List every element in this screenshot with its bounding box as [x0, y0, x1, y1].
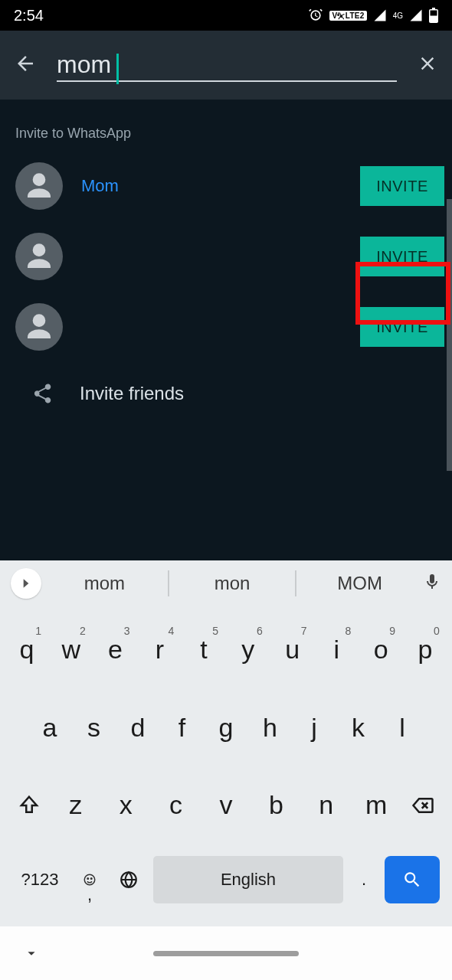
battery-icon [429, 8, 438, 23]
period-key[interactable]: . [351, 856, 377, 903]
back-button[interactable] [14, 52, 37, 78]
key-j[interactable]: j [295, 701, 333, 754]
contact-row[interactable]: INVITE [0, 292, 452, 362]
keyboard-row-2: asdfghjkl [5, 701, 447, 754]
key-r[interactable]: r4 [140, 623, 179, 677]
key-o[interactable]: o9 [362, 623, 400, 677]
globe-icon [119, 870, 139, 890]
backspace-key[interactable] [401, 779, 444, 832]
key-m[interactable]: m [357, 779, 395, 832]
key-z[interactable]: z [57, 779, 95, 832]
signal-icon [373, 8, 387, 22]
key-e[interactable]: e3 [97, 623, 135, 677]
divider [168, 570, 169, 596]
symbols-key[interactable]: ?123 [12, 856, 67, 903]
keyboard: mom mon MOM q1w2e3r4t5y6u7i8o9p0 asdfghj… [0, 560, 452, 926]
key-v[interactable]: v [207, 779, 245, 832]
key-y[interactable]: y6 [229, 623, 267, 677]
key-d[interactable]: d [119, 701, 157, 754]
nav-home-pill[interactable] [153, 951, 299, 956]
svg-rect-1 [432, 8, 435, 9]
keyboard-row-4: ?123 , English . [5, 856, 447, 906]
search-bar [0, 31, 452, 100]
search-key[interactable] [385, 856, 440, 903]
svg-point-4 [87, 878, 89, 880]
signal2-icon [409, 8, 423, 22]
suggestion[interactable]: MOM [300, 573, 420, 594]
key-s[interactable]: s [75, 701, 113, 754]
key-l[interactable]: l [383, 701, 421, 754]
section-title: Invite to WhatsApp [0, 100, 452, 151]
key-u[interactable]: u7 [273, 623, 312, 677]
key-h[interactable]: h [251, 701, 290, 754]
key-t[interactable]: t5 [185, 623, 223, 677]
avatar [15, 162, 63, 210]
key-k[interactable]: k [339, 701, 378, 754]
keyboard-row-3: zxcvbnm [5, 779, 447, 832]
avatar [15, 303, 63, 351]
person-icon [24, 241, 54, 272]
content-area: Invite to WhatsApp Mom INVITE INVITE INV… [0, 100, 452, 560]
nav-back-icon[interactable] [23, 945, 40, 962]
key-w[interactable]: w2 [52, 623, 90, 677]
invite-button[interactable]: INVITE [360, 237, 444, 276]
key-q[interactable]: q1 [8, 623, 46, 677]
language-key[interactable] [112, 856, 146, 903]
chevron-right-icon [18, 576, 34, 591]
key-i[interactable]: i8 [317, 623, 355, 677]
mic-icon [423, 573, 441, 591]
invite-friends-label: Invite friends [80, 383, 184, 404]
svg-point-3 [84, 875, 95, 886]
shift-key[interactable] [8, 779, 51, 832]
net-label: 4G [393, 11, 403, 20]
arrow-left-icon [14, 52, 37, 75]
status-bar: 2:54 V⏧LTE2 4G [0, 0, 452, 31]
status-right: V⏧LTE2 4G [308, 8, 438, 23]
contact-name: Mom [81, 176, 360, 196]
expand-suggestions-button[interactable] [11, 568, 41, 599]
emoji-key[interactable]: , [75, 856, 104, 903]
alarm-icon [308, 8, 323, 23]
person-icon [24, 171, 54, 201]
keyboard-row-1: q1w2e3r4t5y6u7i8o9p0 [5, 623, 447, 677]
scrollbar[interactable] [447, 199, 452, 471]
suggestion[interactable]: mon [172, 573, 293, 594]
key-n[interactable]: n [307, 779, 346, 832]
status-time: 2:54 [14, 7, 44, 24]
key-f[interactable]: f [163, 701, 201, 754]
search-input[interactable] [57, 49, 397, 82]
mic-button[interactable] [423, 573, 441, 594]
avatar [15, 233, 63, 280]
key-p[interactable]: p0 [406, 623, 444, 677]
divider [295, 570, 296, 596]
key-b[interactable]: b [257, 779, 295, 832]
invite-friends-row[interactable]: Invite friends [0, 362, 452, 425]
key-c[interactable]: c [157, 779, 195, 832]
person-icon [24, 312, 54, 342]
svg-point-5 [91, 878, 93, 880]
invite-button[interactable]: INVITE [360, 307, 444, 347]
nav-bar [0, 926, 452, 980]
clear-button[interactable] [417, 53, 438, 77]
text-caret [116, 54, 119, 84]
key-a[interactable]: a [31, 701, 69, 754]
shift-icon [18, 794, 41, 817]
share-icon [31, 382, 54, 405]
invite-button[interactable]: INVITE [360, 166, 444, 206]
space-key[interactable]: English [153, 856, 343, 903]
contact-row[interactable]: Mom INVITE [0, 151, 452, 221]
key-x[interactable]: x [106, 779, 145, 832]
backspace-icon [410, 794, 436, 817]
key-g[interactable]: g [207, 701, 245, 754]
svg-rect-2 [431, 11, 437, 16]
suggestion[interactable]: mom [44, 573, 165, 594]
keyboard-suggestions: mom mon MOM [0, 560, 452, 606]
search-icon [402, 870, 422, 890]
close-icon [417, 53, 438, 74]
contact-row[interactable]: INVITE [0, 221, 452, 292]
volte-badge: V⏧LTE2 [329, 11, 366, 21]
